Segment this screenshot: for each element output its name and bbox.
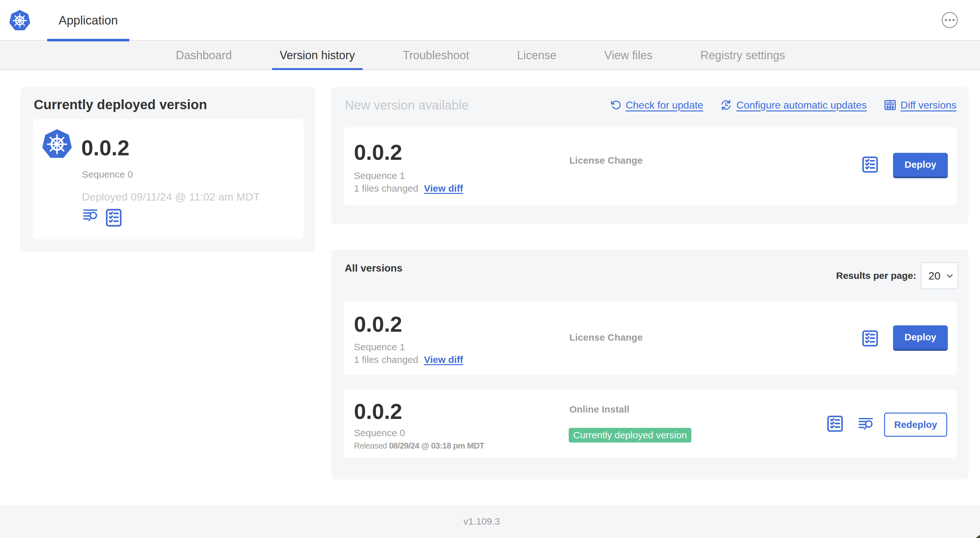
version-sequence: Sequence 1: [354, 169, 405, 182]
tab-label: Troubleshoot: [403, 49, 469, 62]
version-number: 0.0.2: [354, 311, 402, 337]
files-changed-line: 1 files changedView diff: [354, 182, 463, 195]
preflight-checks-icon[interactable]: [105, 208, 123, 228]
results-per-page-select[interactable]: 20: [921, 262, 958, 289]
app-tabbar: Dashboard Version history Troubleshoot L…: [0, 41, 980, 70]
chevron-down-icon: [946, 272, 954, 280]
configure-automatic-updates-link[interactable]: Configure automatic updates: [720, 99, 867, 111]
active-app-underline: [47, 39, 129, 41]
version-sequence: Sequence 1: [354, 341, 405, 353]
currently-deployed-panel: Currently deployed version: [21, 87, 315, 252]
overflow-menu-button[interactable]: [942, 12, 958, 28]
redeploy-button[interactable]: Redeploy: [884, 413, 947, 437]
console-version: v1.109.3: [463, 516, 500, 527]
ellipsis-dot: [949, 19, 951, 21]
top-navbar: Application: [0, 0, 980, 41]
tab-troubleshoot[interactable]: Troubleshoot: [395, 41, 477, 70]
deploy-button[interactable]: Deploy: [893, 153, 948, 178]
nav-item-application[interactable]: Application: [47, 0, 129, 41]
preflight-checks-icon[interactable]: [861, 156, 879, 174]
deployed-timestamp: Deployed 09/11/24 @ 11:02 am MDT: [82, 190, 260, 204]
all-versions-panel: All versions Results per page: 20 0.0.2 …: [331, 249, 969, 479]
version-number: 0.0.2: [354, 140, 402, 165]
tab-label: Registry settings: [700, 49, 785, 62]
main-content: Currently deployed version: [0, 70, 980, 505]
view-logs-icon[interactable]: [858, 416, 875, 432]
deployed-panel-heading: Currently deployed version: [34, 96, 207, 113]
new-version-card: 0.0.2 Sequence 1 1 files changedView dif…: [344, 127, 957, 205]
version-source: Online Install: [570, 403, 629, 416]
tab-label: View files: [605, 49, 652, 62]
files-changed-label: 1 files changed: [354, 183, 418, 194]
ellipsis-dot: [953, 19, 955, 21]
currently-deployed-badge: Currently deployed version: [569, 428, 691, 443]
view-logs-icon[interactable]: [82, 208, 99, 223]
version-source: License Change: [570, 154, 643, 167]
application-label: Application: [59, 14, 118, 27]
view-diff-link[interactable]: View diff: [424, 354, 463, 365]
tab-view-files[interactable]: View files: [597, 41, 660, 70]
released-timestamp: Released 08/29/24 @ 03:18 pm MDT: [354, 440, 484, 451]
configure-automatic-updates-label: Configure automatic updates: [736, 99, 867, 111]
auto-update-schedule-icon: [720, 99, 732, 111]
tab-version-history[interactable]: Version history: [272, 41, 363, 70]
deploy-button[interactable]: Deploy: [893, 325, 948, 351]
app-kubernetes-icon: [41, 129, 73, 159]
tab-label: Dashboard: [176, 49, 232, 62]
released-label: Released: [354, 441, 389, 451]
version-row: 0.0.2 Sequence 0 Released 08/29/24 @ 03:…: [344, 390, 957, 458]
ellipsis-dot: [945, 19, 947, 21]
tab-label: License: [517, 49, 557, 62]
version-sequence: Sequence 0: [354, 427, 405, 439]
deployed-version-card: 0.0.2 Sequence 0 Deployed 09/11/24 @ 11:…: [33, 119, 304, 240]
deployed-version-number: 0.0.2: [81, 135, 129, 160]
diff-versions-icon: [884, 99, 896, 111]
version-row: 0.0.2 Sequence 1 1 files changedView dif…: [344, 302, 957, 375]
all-versions-heading: All versions: [345, 260, 402, 276]
released-date: 08/29/24 @ 03:18 pm MDT: [389, 441, 484, 451]
check-for-update-link[interactable]: Check for update: [611, 99, 703, 111]
preflight-checks-icon[interactable]: [826, 414, 844, 433]
page-footer: v1.109.3: [0, 505, 980, 538]
new-version-panel: New version available Check for update: [331, 87, 969, 224]
preflight-checks-icon[interactable]: [861, 329, 879, 348]
kubernetes-logo-icon: [9, 10, 30, 31]
new-version-heading: New version available: [345, 97, 469, 113]
files-changed-line: 1 files changedView diff: [354, 353, 463, 366]
check-for-update-label: Check for update: [626, 99, 703, 111]
admin-console-page: Application Dashboard Version history Tr…: [0, 0, 980, 538]
refresh-icon: [611, 100, 621, 111]
corner-artifact: [975, 535, 980, 538]
deployed-sequence: Sequence 0: [82, 168, 133, 181]
tab-label: Version history: [280, 49, 355, 62]
tab-registry-settings[interactable]: Registry settings: [693, 41, 793, 70]
diff-versions-link[interactable]: Diff versions: [884, 99, 956, 111]
files-changed-label: 1 files changed: [354, 354, 418, 365]
tab-license[interactable]: License: [509, 41, 564, 70]
version-source: License Change: [570, 331, 643, 344]
version-number: 0.0.2: [354, 398, 402, 424]
results-per-page-label: Results per page:: [836, 267, 916, 284]
update-actions: Check for update Configure automatic upd…: [611, 97, 956, 113]
tab-dashboard[interactable]: Dashboard: [168, 41, 240, 70]
results-per-page-value: 20: [928, 270, 940, 282]
diff-versions-label: Diff versions: [900, 99, 956, 111]
view-diff-link[interactable]: View diff: [424, 183, 463, 194]
